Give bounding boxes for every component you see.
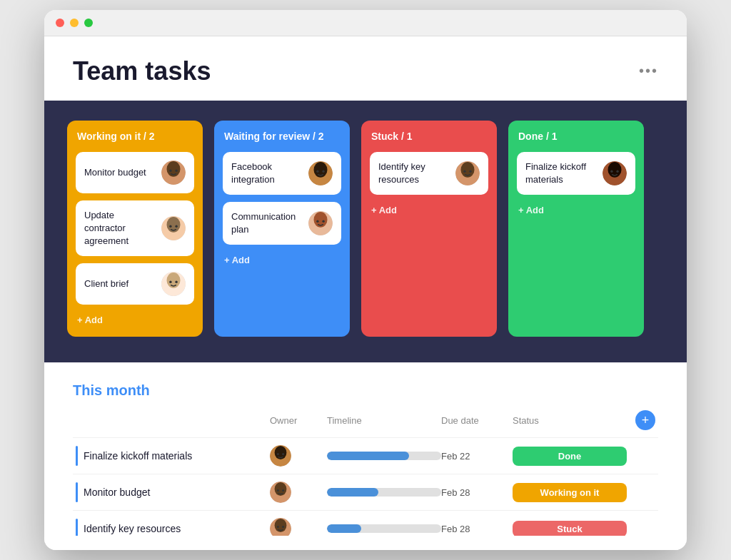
minimize-dot[interactable] [70, 19, 79, 27]
task-card-text: Communication plan [231, 210, 303, 236]
svg-point-23 [469, 170, 471, 172]
task-card-text: Monitor budget [84, 166, 156, 179]
table-row[interactable]: Monitor budget Feb 28 Working on it [73, 474, 658, 510]
task-card[interactable]: Finalize kickoff materials [517, 152, 635, 195]
avatar [270, 482, 291, 503]
page-header: Team tasks ••• [44, 36, 687, 101]
due-date: Feb 28 [441, 487, 513, 498]
avatar [603, 161, 627, 185]
owner-cell [270, 445, 327, 467]
owner-cell [270, 482, 327, 503]
add-column-button[interactable]: + [627, 410, 655, 430]
status-badge[interactable]: Stuck [513, 521, 627, 536]
timeline-fill [327, 524, 361, 533]
app-window: Team tasks ••• Working on it / 2Monitor … [44, 10, 687, 551]
avatar [270, 518, 291, 536]
due-date: Feb 22 [441, 451, 513, 462]
svg-point-15 [322, 170, 324, 172]
kanban-column-waiting: Waiting for review / 2Facebook integrati… [214, 121, 350, 337]
timeline-cell [327, 488, 441, 497]
status-badge[interactable]: Working on it [513, 483, 627, 502]
col-header-waiting: Waiting for review / 2 [223, 131, 341, 142]
task-card[interactable]: Update contractor agreement [76, 200, 194, 257]
col-duedate: Due date [441, 415, 513, 426]
page-title: Team tasks [73, 56, 211, 86]
section-title: This month [73, 382, 658, 399]
svg-point-19 [322, 220, 324, 223]
avatar [308, 161, 333, 185]
svg-point-34 [277, 489, 279, 492]
kanban-column-stuck: Stuck / 1Identify key resources + Add [361, 121, 497, 337]
svg-point-14 [316, 170, 318, 172]
kanban-column-working: Working on it / 2Monitor budget Update c… [67, 121, 203, 337]
svg-point-26 [610, 170, 612, 172]
owner-cell [270, 518, 327, 536]
svg-point-31 [282, 453, 284, 455]
task-card-text: Facebook integration [231, 161, 303, 186]
svg-point-35 [282, 489, 284, 492]
timeline-bar [327, 452, 441, 460]
kanban-board: Working on it / 2Monitor budget Update c… [44, 101, 687, 363]
due-date: Feb 28 [441, 524, 513, 534]
table-row[interactable]: Identify key resources Feb 28 Stuck [73, 510, 658, 536]
avatar [308, 211, 333, 235]
table-header: Owner Timeline Due date Status + [73, 410, 658, 433]
task-card[interactable]: Client brief [76, 263, 194, 305]
svg-point-11 [175, 281, 177, 283]
timeline-fill [327, 452, 409, 460]
svg-point-18 [316, 220, 318, 223]
add-task-button-waiting[interactable]: + Add [223, 252, 341, 268]
task-card[interactable]: Monitor budget [76, 152, 194, 193]
col-status: Status [513, 415, 627, 426]
kanban-column-done: Done / 1Finalize kickoff materials + Add [508, 121, 644, 337]
svg-point-6 [169, 225, 171, 228]
close-dot[interactable] [56, 19, 64, 27]
add-col-icon[interactable]: + [635, 410, 655, 430]
svg-point-10 [169, 281, 171, 283]
avatar [161, 216, 186, 240]
col-timeline: Timeline [327, 415, 441, 426]
col-header-stuck: Stuck / 1 [370, 131, 488, 142]
task-card-text: Update contractor agreement [84, 209, 156, 248]
avatar [455, 161, 480, 185]
timeline-bar [327, 488, 441, 497]
svg-point-22 [463, 170, 465, 172]
svg-point-38 [277, 526, 279, 528]
maximize-dot[interactable] [84, 19, 93, 27]
col-header-done: Done / 1 [517, 131, 635, 142]
task-card[interactable]: Communication plan [223, 202, 341, 245]
avatar [161, 272, 186, 296]
col-header-working: Working on it / 2 [76, 131, 194, 142]
svg-point-2 [169, 169, 171, 171]
table-row[interactable]: Finalize kickoff materials Feb 22 Done [73, 437, 658, 474]
page-content: Team tasks ••• Working on it / 2Monitor … [44, 36, 687, 551]
task-card[interactable]: Identify key resources [370, 152, 488, 195]
timeline-bar [327, 524, 441, 533]
svg-point-7 [175, 225, 177, 228]
status-badge[interactable]: Done [513, 447, 627, 466]
task-name: Finalize kickoff materials [76, 446, 270, 466]
avatar [161, 161, 186, 185]
svg-point-30 [277, 453, 279, 455]
svg-point-27 [616, 170, 618, 172]
table-rows: Finalize kickoff materials Feb 22 Done M… [73, 437, 658, 536]
timeline-fill [327, 488, 378, 497]
add-task-button-working[interactable]: + Add [76, 312, 194, 328]
add-task-button-done[interactable]: + Add [517, 202, 635, 218]
task-card-text: Finalize kickoff materials [525, 161, 597, 186]
table-section: This month Owner Timeline Due date Statu… [44, 362, 687, 550]
more-options-button[interactable]: ••• [639, 63, 658, 79]
add-task-button-stuck[interactable]: + Add [370, 202, 488, 218]
titlebar [44, 10, 687, 36]
avatar [270, 445, 291, 467]
timeline-cell [327, 452, 441, 460]
task-card-text: Client brief [84, 278, 156, 290]
col-owner: Owner [270, 415, 327, 426]
task-card[interactable]: Facebook integration [223, 152, 341, 195]
task-name: Monitor budget [76, 482, 270, 502]
task-card-text: Identify key resources [378, 161, 450, 186]
task-name: Identify key resources [76, 519, 270, 536]
timeline-cell [327, 524, 441, 533]
svg-point-3 [175, 169, 177, 171]
svg-point-39 [282, 526, 284, 528]
